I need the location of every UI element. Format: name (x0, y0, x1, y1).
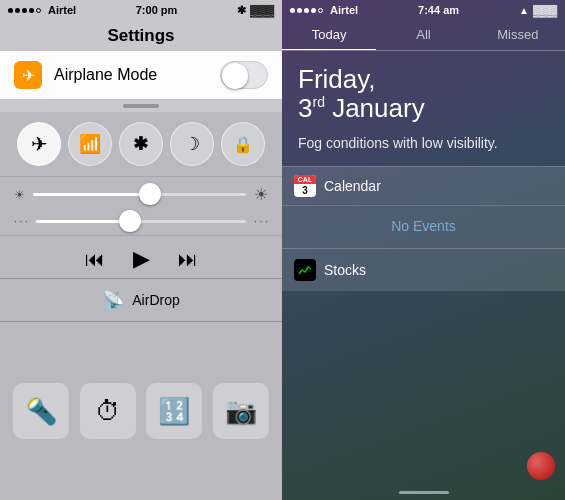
time-left: 7:00 pm (136, 4, 178, 16)
dot3 (22, 8, 27, 13)
calendar-header: CAL 3 Calendar (282, 167, 565, 206)
wifi-ctrl-btn[interactable]: 📶 (68, 122, 112, 166)
rdot1 (290, 8, 295, 13)
play-button[interactable]: ▶ (133, 246, 150, 272)
brightness-fill (33, 193, 150, 196)
airdrop-label: AirDrop (132, 292, 179, 308)
tab-today[interactable]: Today (282, 20, 376, 50)
carrier-right: Airtel (330, 4, 358, 16)
brightness-track[interactable] (33, 193, 246, 196)
rotation-ctrl-btn[interactable]: 🔒 (221, 122, 265, 166)
right-panel: Airtel 7:44 am ▲ ▓▓▓ Today All Missed Fr… (282, 0, 565, 500)
date-line1: Friday, (298, 65, 549, 94)
date-sup: rd (312, 94, 324, 110)
signal-dots-right (290, 8, 323, 13)
bluetooth-ctrl-icon: ✱ (133, 133, 148, 155)
donotdisturb-ctrl-btn[interactable]: ☽ (170, 122, 214, 166)
date-month: January (325, 93, 425, 123)
status-bar-right: Airtel 7:44 am ▲ ▓▓▓ (282, 0, 565, 20)
volume-track[interactable] (36, 220, 246, 223)
rdot3 (304, 8, 309, 13)
stocks-section: Stocks (282, 248, 565, 291)
brightness-low-icon: ☀ (14, 188, 25, 202)
status-icons-right: ▲ ▓▓▓ (519, 4, 557, 16)
tab-missed[interactable]: Missed (471, 20, 565, 50)
stocks-title: Stocks (324, 262, 366, 278)
airplane-icon: ✈ (22, 66, 35, 85)
volume-knob[interactable] (119, 210, 141, 232)
no-events-label: No Events (282, 206, 565, 248)
nc-date: Friday, 3rd January (282, 51, 565, 126)
volume-slider-row: · · · · · · (0, 212, 282, 235)
toggle-knob (222, 63, 248, 89)
dot5 (36, 8, 41, 13)
calendar-title: Calendar (324, 178, 381, 194)
brightness-slider-row: ☀ ☀ (0, 176, 282, 212)
calendar-icon: CAL 3 (294, 175, 316, 197)
weather-text: Fog conditions with low visibility. (282, 126, 565, 166)
control-buttons-row: ✈ 📶 ✱ ☽ 🔒 (0, 112, 282, 176)
brightness-knob[interactable] (139, 183, 161, 205)
camera-icon: 📷 (225, 396, 257, 427)
battery-icon-left: ▓▓▓ (250, 4, 274, 16)
airplane-toggle[interactable] (220, 61, 268, 89)
bluetooth-ctrl-btn[interactable]: ✱ (119, 122, 163, 166)
red-circle-decoration (527, 452, 555, 480)
calendar-section: CAL 3 Calendar No Events (282, 166, 565, 248)
airdrop-row[interactable]: 📡 AirDrop (0, 278, 282, 322)
flashlight-button[interactable]: 🔦 (13, 383, 69, 439)
airdrop-icon: 📡 (102, 289, 124, 311)
date-day: 3 (298, 93, 312, 123)
timer-icon: ⏱ (95, 396, 121, 427)
left-panel: Airtel 7:00 pm ✱ ▓▓▓ Settings ✈ Airplane… (0, 0, 282, 500)
settings-title: Settings (0, 20, 282, 50)
rdot2 (297, 8, 302, 13)
fast-forward-button[interactable]: ⏭ (178, 248, 198, 271)
timer-button[interactable]: ⏱ (80, 383, 136, 439)
lock-rotation-icon: 🔒 (233, 135, 253, 154)
location-icon: ▲ (519, 5, 529, 16)
dot1 (8, 8, 13, 13)
dot4 (29, 8, 34, 13)
battery-icon-right: ▓▓▓ (533, 4, 557, 16)
airplane-mode-label: Airplane Mode (54, 66, 157, 84)
bluetooth-status-icon: ✱ (237, 4, 246, 17)
airplane-icon-bg: ✈ (14, 61, 42, 89)
brightness-high-icon: ☀ (254, 185, 268, 204)
stocks-icon (294, 259, 316, 281)
flashlight-icon: 🔦 (25, 396, 57, 427)
calculator-icon: 🔢 (158, 396, 190, 427)
airplane-left: ✈ Airplane Mode (14, 61, 157, 89)
handle-inner (123, 104, 159, 108)
wifi-ctrl-icon: 📶 (79, 133, 101, 155)
rdot5 (318, 8, 323, 13)
bottom-toolbar: 🔦 ⏱ 🔢 📷 (0, 322, 282, 500)
rewind-button[interactable]: ⏮ (85, 248, 105, 271)
volume-fill (36, 220, 131, 223)
status-bar-left: Airtel 7:00 pm ✱ ▓▓▓ (0, 0, 282, 20)
signal-dots-left (8, 8, 41, 13)
dot2 (15, 8, 20, 13)
stocks-chart-icon (298, 263, 312, 277)
date-line2: 3rd January (298, 94, 549, 123)
moon-ctrl-icon: ☽ (184, 133, 200, 155)
airplane-mode-row[interactable]: ✈ Airplane Mode (0, 51, 282, 99)
rdot4 (311, 8, 316, 13)
calculator-button[interactable]: 🔢 (146, 383, 202, 439)
airplane-ctrl-btn[interactable]: ✈ (17, 122, 61, 166)
time-right: 7:44 am (418, 4, 459, 16)
volume-high-icon: · · · (254, 216, 268, 227)
handle-bar (0, 100, 282, 112)
status-icons-left: ✱ ▓▓▓ (237, 4, 274, 17)
tab-all[interactable]: All (376, 20, 470, 50)
carrier-left: Airtel (48, 4, 76, 16)
airplane-mode-section: ✈ Airplane Mode (0, 50, 282, 100)
volume-low-icon: · · · (14, 216, 28, 227)
notification-center-tabs: Today All Missed (282, 20, 565, 51)
airplane-ctrl-icon: ✈ (31, 132, 48, 156)
media-controls-row: ⏮ ▶ ⏭ (0, 235, 282, 278)
home-indicator[interactable] (399, 491, 449, 494)
camera-button[interactable]: 📷 (213, 383, 269, 439)
